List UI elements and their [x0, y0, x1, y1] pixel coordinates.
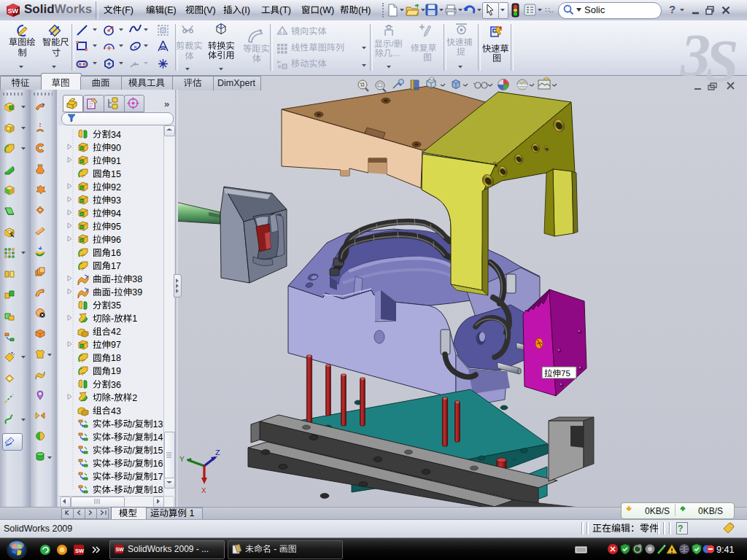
- svg-text:Y: Y: [179, 455, 185, 464]
- svg-text:X: X: [201, 486, 206, 495]
- svg-text:S: S: [705, 28, 739, 88]
- svg-text:SW: SW: [8, 7, 19, 15]
- svg-text:SW: SW: [75, 548, 85, 554]
- svg-text:Z: Z: [215, 448, 220, 457]
- svg-text:SW: SW: [115, 547, 124, 552]
